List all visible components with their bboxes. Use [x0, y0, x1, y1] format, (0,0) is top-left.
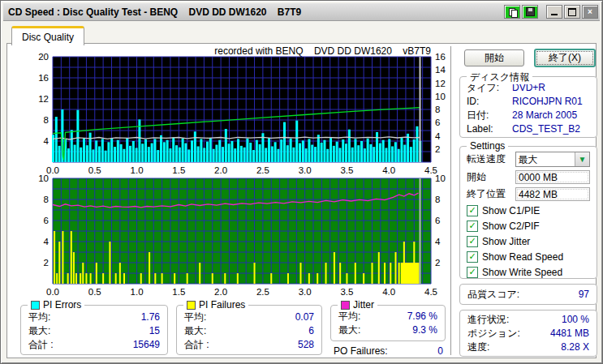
svg-text:4: 4 — [44, 136, 50, 146]
svg-text:0.5: 0.5 — [88, 287, 101, 297]
svg-text:10: 10 — [435, 92, 446, 101]
svg-text:2: 2 — [44, 258, 49, 268]
svg-text:4.5: 4.5 — [424, 287, 437, 297]
po-failures-value: 0 — [437, 345, 443, 357]
show-c1-pie-row[interactable]: ✓ Show C1/PIE — [460, 203, 597, 218]
position-label: ポジション: — [467, 327, 520, 340]
show-c2-pif-row[interactable]: ✓ Show C2/PIF — [460, 218, 597, 233]
svg-text:6: 6 — [44, 216, 49, 225]
start-button[interactable]: 開始 — [464, 49, 524, 66]
disc-id-label: ID: — [467, 95, 512, 109]
end-position-input[interactable] — [515, 187, 590, 201]
pi-failures-total-label: 合計 : — [184, 338, 209, 352]
disc-date-value: 28 March 2005 — [512, 109, 590, 122]
show-jitter-row[interactable]: ✓ Show Jitter — [460, 233, 597, 249]
svg-text:4.5: 4.5 — [424, 165, 437, 175]
checkbox-checked-icon[interactable]: ✓ — [467, 251, 478, 263]
pi-errors-speed-chart: 201612841614121086420.00.51.01.52.02.53.… — [7, 54, 455, 175]
minimize-button[interactable] — [546, 5, 562, 19]
svg-text:3.0: 3.0 — [299, 287, 312, 297]
start-position-input[interactable] — [515, 170, 590, 184]
show-read-speed-row[interactable]: ✓ Show Read Speed — [460, 249, 597, 264]
speed-label: 速度: — [467, 340, 489, 354]
speed-value: 8.28 X — [561, 340, 589, 354]
start-position-label: 開始 — [467, 170, 515, 184]
svg-text:3.5: 3.5 — [340, 165, 353, 175]
disc-info-groupbox: ディスク情報 タイプ:DVD+R ID:RICOHJPN R01 日付:28 M… — [459, 76, 597, 138]
svg-text:10: 10 — [435, 175, 446, 183]
close-button[interactable]: × — [582, 5, 598, 19]
pi-failures-title: PI Failures — [199, 299, 245, 310]
jitter-avg-value: 7.96 % — [407, 310, 437, 323]
pi-failures-total-value: 528 — [298, 338, 314, 352]
svg-text:16: 16 — [435, 54, 446, 62]
settings-groupbox: Settings 転送速度 最大 ▼ 開始 終了位置 — [459, 146, 597, 279]
svg-text:0.5: 0.5 — [88, 165, 101, 175]
progress-status-box: 進行状況:100 % ポジション:4481 MB 速度:8.28 X — [459, 310, 597, 357]
svg-text:2.5: 2.5 — [256, 165, 269, 175]
show-c2-pif-label: Show C2/PIF — [482, 221, 540, 232]
pi-errors-avg-label: 平均: — [28, 310, 50, 324]
svg-text:14: 14 — [435, 65, 446, 75]
jitter-avg-label: 平均: — [338, 310, 360, 323]
quality-score-box: 品質スコア: 97 — [459, 284, 597, 305]
pi-errors-max-value: 15 — [149, 324, 160, 338]
maximize-icon — [568, 8, 576, 16]
jitter-groupbox: Jitter 平均:7.96 % 最大:9.3 % — [330, 305, 446, 341]
pi-errors-total-value: 15649 — [133, 338, 160, 352]
svg-text:3.5: 3.5 — [340, 287, 353, 297]
exit-button[interactable]: 終了(X) — [534, 49, 596, 67]
checkbox-checked-icon[interactable]: ✓ — [467, 205, 478, 216]
disc-quality-pane: recorded with BENQ DVD DD DW1620 vB7T9 2… — [6, 43, 597, 358]
end-position-label: 終了位置 — [467, 187, 515, 201]
copy-to-clipboard-button[interactable] — [504, 5, 520, 19]
svg-text:2: 2 — [435, 258, 440, 268]
pi-errors-title: PI Errors — [43, 299, 81, 310]
jitter-pi-failures-chart: 1086421086420.00.51.01.52.02.53.03.54.04… — [7, 175, 455, 297]
pi-failures-groupbox: PI Failures 平均:0.07 最大:6 合計 :528 — [176, 305, 322, 355]
pi-errors-total-label: 合計 : — [28, 338, 54, 352]
progress-value: 100 % — [562, 313, 589, 327]
checkbox-checked-icon[interactable]: ✓ — [467, 267, 478, 278]
svg-text:4: 4 — [435, 237, 441, 246]
pi-errors-groupbox: PI Errors 平均:1.76 最大:15 合計 :15649 — [20, 305, 168, 355]
tab-label: Disc Quality — [22, 32, 74, 43]
transfer-speed-dropdown[interactable]: 最大 ▼ — [515, 152, 590, 167]
save-button[interactable] — [522, 5, 538, 19]
svg-text:10: 10 — [38, 175, 49, 183]
po-failures-label: PO Failures: — [334, 345, 388, 357]
svg-text:8: 8 — [44, 195, 49, 204]
svg-text:1.5: 1.5 — [172, 287, 185, 297]
pi-failures-max-label: 最大: — [184, 324, 206, 338]
svg-text:0.0: 0.0 — [46, 287, 59, 297]
show-read-speed-label: Show Read Speed — [482, 251, 563, 263]
checkbox-checked-icon[interactable]: ✓ — [467, 221, 478, 232]
tab-disc-quality[interactable]: Disc Quality — [11, 26, 84, 45]
jitter-title: Jitter — [353, 299, 374, 310]
maximize-button[interactable] — [564, 5, 580, 19]
svg-text:3.0: 3.0 — [299, 165, 312, 175]
svg-text:4: 4 — [435, 131, 441, 141]
quality-score-value: 97 — [579, 285, 589, 304]
jitter-swatch — [341, 301, 350, 310]
show-write-speed-row[interactable]: ✓ Show Write Speed — [460, 264, 597, 280]
po-failures-row: PO Failures: 0 — [334, 345, 443, 357]
show-jitter-label: Show Jitter — [482, 236, 530, 247]
svg-text:1.0: 1.0 — [131, 165, 144, 175]
svg-text:1.5: 1.5 — [172, 165, 185, 175]
svg-text:2: 2 — [435, 144, 440, 154]
show-c1-pie-label: Show C1/PIE — [482, 205, 540, 216]
show-write-speed-label: Show Write Speed — [482, 267, 562, 278]
disc-info-title: ディスク情報 — [470, 71, 529, 84]
pi-errors-swatch — [31, 301, 40, 310]
close-icon: × — [588, 8, 592, 16]
svg-text:6: 6 — [435, 118, 440, 127]
checkbox-checked-icon[interactable]: ✓ — [467, 236, 478, 247]
minimize-icon — [551, 8, 558, 15]
svg-text:4.0: 4.0 — [382, 165, 395, 175]
disc-label-label: Label: — [467, 122, 512, 136]
svg-text:2.0: 2.0 — [214, 165, 227, 175]
window-title: CD Speed : Disc Quality Test - BENQ DVD … — [3, 6, 504, 18]
progress-label: 進行状況: — [467, 313, 509, 327]
chevron-down-icon[interactable]: ▼ — [575, 152, 589, 166]
